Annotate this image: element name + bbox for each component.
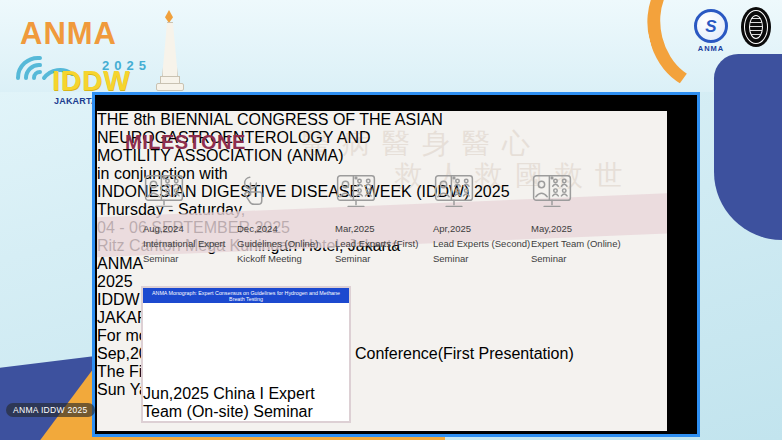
milestone-desc-line2: Seminar (335, 251, 433, 266)
milestone-date: May,2025 (531, 221, 629, 236)
event-logo-anma: ANMA (20, 16, 117, 52)
monument-column (162, 22, 178, 78)
milestone-item: May,2025 Expert Team (Online) Seminar (531, 173, 629, 266)
monument-icon (156, 8, 182, 94)
milestone-desc-line2: Kickoff Meeting (237, 251, 335, 266)
video-conference-icon (531, 173, 629, 215)
monument-base-wide (156, 83, 184, 91)
milestone-date: Mar,2025 (335, 221, 433, 236)
presentation-slide: 醫病醫身醫心 救人救國救世 MILESTONE Aug,2024 Interna… (97, 111, 667, 431)
anma-society-logo: S ANMA (688, 9, 734, 53)
photo-banner: ANMA Monograph: Expert Consensus on Guid… (143, 288, 349, 303)
anma-society-ring-icon: S (694, 9, 728, 43)
anma-society-label: ANMA (688, 44, 734, 53)
shared-screen-frame: 醫病醫身醫心 救人救國救世 MILESTONE Aug,2024 Interna… (92, 92, 700, 437)
photo-caption: Jun,2025 China I Expert Team (On-site) S… (143, 385, 349, 421)
group-photo (143, 303, 349, 385)
milestone-date: Apr,2025 (433, 221, 531, 236)
milestone-date: Dec,2024 (237, 221, 335, 236)
slide-title: MILESTONE (125, 131, 246, 154)
anma-society-monogram: S (705, 18, 716, 35)
monument-flame (165, 10, 173, 23)
video-conference-icon (335, 173, 433, 215)
milestone-item: Dec,2024 Guidelines (Online) Kickoff Mee… (237, 173, 335, 266)
video-conference-icon (433, 173, 531, 215)
milestone-desc-line2: Seminar (433, 251, 531, 266)
milestone-desc-line1: Expert Team (Online) (531, 236, 629, 251)
meeting-screen: ANMA 2025 IDDW JAKARTA, INDONESIA S ANMA… (0, 0, 782, 440)
seminar-photo-card: ANMA Monograph: Expert Consensus on Guid… (141, 286, 351, 423)
milestone-desc-line2: Seminar (531, 251, 629, 266)
milestone-desc-line1: Guidelines (Online) (237, 236, 335, 251)
milestone-desc-line2: Seminar (143, 251, 241, 266)
milestone-desc-line1: Lead Experts (First) (335, 236, 433, 251)
video-conference-icon (143, 173, 241, 215)
milestone-item: Apr,2025 Lead Experts (Second) Seminar (433, 173, 531, 266)
click-hand-icon (237, 173, 335, 215)
milestone-item: Mar,2025 Lead Experts (First) Seminar (335, 173, 433, 266)
milestone-desc-line1: Lead Experts (Second) (433, 236, 531, 251)
milestone-item: Aug,2024 International Expert Seminar (143, 173, 241, 266)
event-logo: ANMA 2025 IDDW JAKARTA, INDONESIA (14, 8, 214, 104)
blue-corner-shape (714, 54, 782, 240)
milestone-date: Aug,2024 (143, 221, 241, 236)
university-emblem-icon (741, 7, 771, 47)
corner-watermark-tag: ANMA IDDW 2025 (6, 403, 95, 417)
milestone-desc-line1: International Expert (143, 236, 241, 251)
